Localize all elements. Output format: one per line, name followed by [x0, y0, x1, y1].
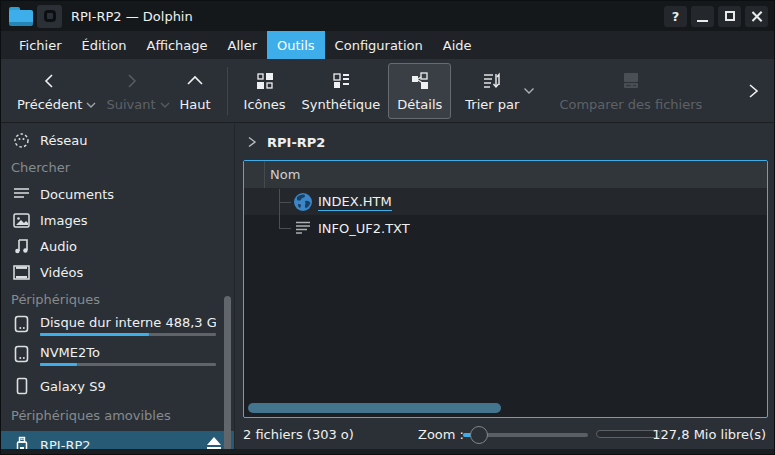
toolbar-overflow-button[interactable] [746, 82, 760, 100]
sidebar-header-peripheriques: Périphériques [1, 285, 234, 313]
free-space-label: 127,8 Mio libre(s) [652, 427, 766, 442]
sidebar-item-label: Images [40, 213, 88, 228]
text-file-icon [293, 220, 313, 236]
titlebar: RPI-RP2 — Dolphin ? [1, 1, 774, 31]
toolbar: Précédent Suivant Haut [1, 59, 774, 123]
icons-view-icon [256, 69, 274, 93]
close-icon [751, 10, 763, 22]
minimize-button[interactable] [691, 6, 714, 27]
images-icon [13, 213, 30, 228]
details-view-button[interactable]: Détails [388, 63, 451, 119]
menubar: Fichier Édition Affichage Aller Outils C… [1, 31, 774, 59]
sidebar-item-label: Vidéos [40, 265, 83, 280]
sidebar-item-label: Galaxy S9 [40, 379, 106, 394]
sidebar-item-galaxy-s9[interactable]: Galaxy S9 [1, 373, 234, 399]
compare-files-icon [620, 69, 642, 93]
chevron-left-icon [41, 69, 59, 93]
menu-configuration[interactable]: Configuration [325, 31, 433, 59]
free-space-bar [596, 430, 661, 438]
smartphone-icon [13, 377, 30, 395]
horizontal-scrollbar[interactable] [248, 403, 763, 413]
sidebar-item-images[interactable]: Images [1, 207, 234, 233]
dolphin-window: RPI-RP2 — Dolphin ? Fichier Édition Affi… [0, 0, 775, 455]
disk-usage-bar [40, 363, 216, 366]
folder-view[interactable]: Nom INDE [243, 160, 768, 418]
window-menu-icon [44, 10, 56, 22]
videos-icon [13, 265, 30, 280]
globe-html-icon [293, 192, 313, 212]
file-row-info-uf2-txt[interactable]: INFO_UF2.TXT [244, 215, 767, 241]
zoom-slider-handle[interactable] [470, 426, 488, 444]
sidebar-item-nvme2to[interactable]: NVME2To [1, 343, 234, 373]
sidebar-item-documents[interactable]: Documents [1, 181, 234, 207]
sidebar-item-disque-interne[interactable]: Disque dur interne 488,3 G… [1, 313, 234, 343]
column-header-nom[interactable]: Nom [265, 167, 300, 182]
chevron-right-icon [746, 82, 760, 100]
window-title: RPI-RP2 — Dolphin [71, 9, 664, 24]
breadcrumb: RPI-RP2 [235, 124, 325, 160]
maximize-icon [725, 11, 735, 21]
statusbar: 2 fichiers (303 o) Zoom : 127,8 Mio libr… [235, 419, 775, 451]
back-button[interactable]: Précédent [9, 63, 90, 119]
sidebar-item-label: Réseau [40, 133, 87, 148]
sidebar-item-label: NVME2To [40, 345, 216, 360]
sidebar-item-videos[interactable]: Vidéos [1, 259, 234, 285]
help-button[interactable]: ? [664, 6, 687, 27]
compact-view-button[interactable]: Synthétique [294, 63, 389, 119]
sidebar-item-rpi-rp2[interactable]: RPI-RP2 [1, 431, 234, 451]
file-row-index-htm[interactable]: INDEX.HTM [244, 189, 767, 215]
window-bottom-edge [1, 449, 774, 454]
places-panel: Réseau Chercher Documents [1, 124, 235, 451]
scrollbar-thumb[interactable] [248, 403, 501, 413]
tree-branch [279, 228, 291, 229]
breadcrumb-location[interactable]: RPI-RP2 [267, 135, 325, 150]
zoom-label: Zoom : [418, 427, 464, 442]
menu-aide[interactable]: Aide [433, 31, 482, 59]
help-icon: ? [672, 9, 680, 24]
sidebar-item-audio[interactable]: Audio [1, 233, 234, 259]
view-header: Nom [244, 161, 767, 189]
sidebar-item-reseau[interactable]: Réseau [1, 127, 234, 153]
forward-button[interactable]: Suivant [98, 63, 163, 119]
tree-expander-column [244, 161, 265, 188]
menu-outils[interactable]: Outils [267, 31, 325, 59]
details-view-icon [410, 69, 430, 93]
menu-edition[interactable]: Édition [72, 31, 137, 59]
tree-branch [279, 202, 291, 203]
documents-icon [13, 187, 30, 202]
dolphin-app-icon [9, 7, 33, 26]
tree-branch [279, 215, 280, 228]
compare-files-button[interactable]: Comparer des fichiers [551, 63, 710, 119]
window-menu-button[interactable] [37, 5, 62, 28]
sidebar-header-chercher: Chercher [1, 153, 234, 181]
menu-affichage[interactable]: Affichage [136, 31, 217, 59]
file-count-status: 2 fichiers (303 o) [243, 427, 354, 442]
audio-icon [13, 238, 30, 254]
sidebar-item-label: Disque dur interne 488,3 G… [40, 315, 216, 330]
maximize-button[interactable] [718, 6, 741, 27]
zoom-slider[interactable] [463, 425, 588, 445]
file-name[interactable]: INDEX.HTM [318, 194, 392, 211]
disk-usage-bar [40, 333, 216, 336]
up-button[interactable]: Haut [172, 63, 219, 119]
sidebar-item-label: Audio [40, 239, 77, 254]
compact-view-icon [332, 69, 350, 93]
close-button[interactable] [745, 6, 768, 27]
main-panel: RPI-RP2 Nom [235, 124, 775, 451]
menu-aller[interactable]: Aller [218, 31, 267, 59]
breadcrumb-chevron-icon[interactable] [247, 136, 257, 148]
file-name[interactable]: INFO_UF2.TXT [318, 221, 410, 236]
hard-drive-icon [13, 345, 30, 363]
minimize-icon [697, 20, 708, 22]
sidebar-item-label: Documents [40, 187, 114, 202]
toolbar-separator [227, 67, 228, 115]
sort-by-button[interactable]: Trier par [457, 63, 527, 119]
icons-view-button[interactable]: Icônes [236, 63, 294, 119]
menu-fichier[interactable]: Fichier [9, 31, 72, 59]
hard-drive-icon [13, 315, 30, 333]
sidebar-scrollbar[interactable] [224, 296, 231, 451]
network-icon [13, 132, 30, 149]
sort-icon [482, 69, 502, 93]
chevron-up-icon [185, 69, 205, 93]
sidebar-header-amovibles: Périphériques amovibles [1, 399, 234, 431]
